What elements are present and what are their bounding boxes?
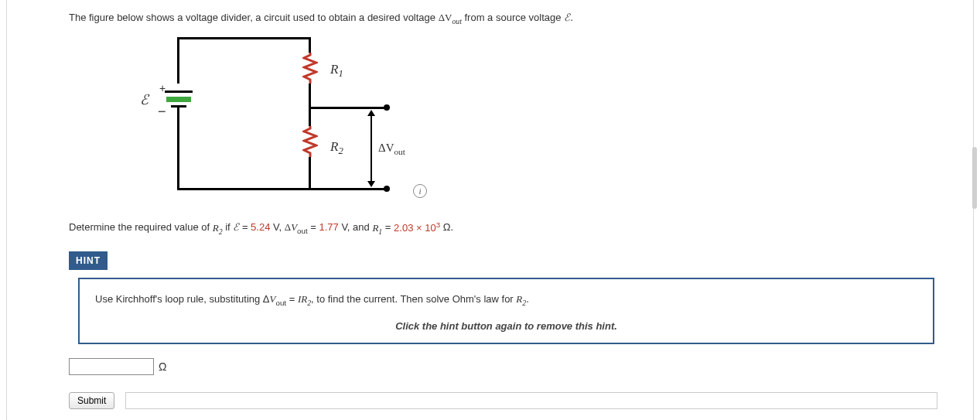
determine-text: Determine the required value of R2 if ℰ … xyxy=(69,219,958,237)
submit-row: Submit xyxy=(69,392,958,409)
hint-button[interactable]: HINT xyxy=(69,251,108,270)
r2-label: R2 xyxy=(330,139,343,157)
hint-box: Use Kirchhoff's loop rule, substituting … xyxy=(78,278,934,345)
submit-button[interactable]: Submit xyxy=(69,392,114,409)
eps-label: ℰ xyxy=(140,91,149,108)
resistor-r1-icon xyxy=(302,53,318,84)
intro-mid: from a source voltage xyxy=(462,12,564,23)
circuit-figure: + − ℰ R1 R2 ΔVout i xyxy=(138,37,463,203)
intro-suffix: . xyxy=(570,12,573,23)
answer-input[interactable] xyxy=(69,358,154,375)
question-card: The figure below shows a voltage divider… xyxy=(6,0,974,420)
r1-label: R1 xyxy=(330,62,343,80)
intro-prefix: The figure below shows a voltage divider… xyxy=(69,12,439,23)
hint-content: Use Kirchhoff's loop rule, substituting … xyxy=(95,293,917,307)
intro-text: The figure below shows a voltage divider… xyxy=(69,11,958,26)
info-icon[interactable]: i xyxy=(413,184,427,198)
scrollbar[interactable] xyxy=(972,147,977,209)
hint-close-text: Click the hint button again to remove th… xyxy=(95,320,917,332)
dv-out-label: ΔVout xyxy=(378,142,405,156)
answer-row: Ω xyxy=(69,358,958,375)
battery-minus: − xyxy=(158,104,166,120)
intro-eps: ℰ xyxy=(564,12,570,23)
tries-box xyxy=(125,392,937,409)
intro-dv: ΔVout xyxy=(439,12,462,23)
resistor-r2-icon xyxy=(302,126,318,157)
answer-unit: Ω xyxy=(159,360,166,373)
